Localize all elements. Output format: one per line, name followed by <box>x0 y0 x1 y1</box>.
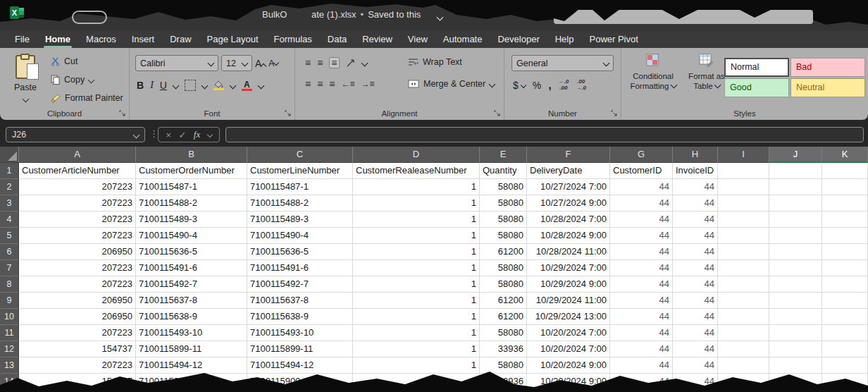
cell-C13[interactable]: 7100115494-12 <box>247 357 353 374</box>
cell-G13[interactable]: 44 <box>610 357 673 374</box>
cell-C3[interactable]: 7100115488-2 <box>247 195 353 212</box>
tab-draw[interactable]: Draw <box>162 31 199 48</box>
row-header-8[interactable]: 8 <box>0 276 19 293</box>
cell-A14[interactable]: 154737 <box>19 374 136 390</box>
cell-E7[interactable]: 58080 <box>480 260 527 276</box>
cell-A4[interactable]: 207223 <box>19 212 136 228</box>
cell-B13[interactable]: 7100115494-12 <box>136 357 247 374</box>
cell-F1[interactable]: DeliveryDate <box>527 163 610 179</box>
align-right-button[interactable]: ≡ <box>329 79 335 89</box>
percent-style-button[interactable]: % <box>533 80 541 91</box>
cell-H5[interactable]: 44 <box>673 228 718 244</box>
cell-K1[interactable] <box>822 163 868 179</box>
column-header-K[interactable]: K <box>822 147 868 163</box>
column-header-C[interactable]: C <box>247 147 353 163</box>
cell-G5[interactable]: 44 <box>610 228 673 244</box>
cell-D9[interactable]: 1 <box>353 293 480 309</box>
cell-H4[interactable]: 44 <box>673 212 718 228</box>
cell-G14[interactable]: 44 <box>610 374 673 390</box>
cell-A8[interactable]: 207223 <box>19 276 136 293</box>
cell-G2[interactable]: 44 <box>610 179 673 195</box>
cell-B11[interactable]: 7100115493-10 <box>136 325 247 341</box>
cell-A9[interactable]: 206950 <box>19 293 136 309</box>
cell-A10[interactable]: 206950 <box>19 309 136 325</box>
cell-G1[interactable]: CustomerID <box>610 163 673 179</box>
cell-B8[interactable]: 7100115492-7 <box>136 276 247 293</box>
tab-review[interactable]: Review <box>354 31 400 48</box>
tab-data[interactable]: Data <box>320 31 354 48</box>
cell-H14[interactable]: 44 <box>673 374 718 390</box>
cell-H11[interactable]: 44 <box>673 325 718 341</box>
cell-C6[interactable]: 7100115636-5 <box>247 244 353 260</box>
cell-D13[interactable]: 1 <box>353 357 480 374</box>
cell-B5[interactable]: 7100115490-4 <box>136 228 247 244</box>
cell-F3[interactable]: 10/27/2024 9:00 <box>527 195 610 212</box>
cell-C5[interactable]: 7100115490-4 <box>247 228 353 244</box>
title-chevron-down-icon[interactable] <box>438 11 442 24</box>
cell-C10[interactable]: 7100115638-9 <box>247 309 353 325</box>
cell-A12[interactable]: 154737 <box>19 341 136 357</box>
row-header-1[interactable]: 1 <box>0 163 19 179</box>
tab-home[interactable]: Home <box>37 31 78 48</box>
cell-K6[interactable] <box>822 244 868 260</box>
cell-D7[interactable]: 1 <box>353 260 480 276</box>
orientation-chevron-icon[interactable] <box>361 59 368 66</box>
cell-H3[interactable]: 44 <box>673 195 718 212</box>
cell-I9[interactable] <box>718 293 769 309</box>
cell-A1[interactable]: CustomerArticleNumber <box>19 163 136 179</box>
cell-H10[interactable]: 44 <box>673 309 718 325</box>
cell-I4[interactable] <box>718 212 769 228</box>
row-header-9[interactable]: 9 <box>0 293 19 309</box>
cell-J10[interactable] <box>769 309 822 325</box>
fill-color-chevron-icon[interactable] <box>229 82 236 89</box>
cell-E2[interactable]: 58080 <box>480 179 527 195</box>
font-color-button[interactable]: A <box>242 80 252 91</box>
cell-H12[interactable]: 44 <box>673 341 718 357</box>
cell-E13[interactable]: 58080 <box>480 357 527 374</box>
cell-D2[interactable]: 1 <box>353 179 480 195</box>
column-header-J[interactable]: J <box>769 147 822 163</box>
cell-E11[interactable]: 58080 <box>480 325 527 341</box>
cell-D5[interactable]: 1 <box>353 228 480 244</box>
tab-file[interactable]: File <box>7 31 37 48</box>
cell-D11[interactable]: 1 <box>353 325 480 341</box>
conditional-formatting-button[interactable]: Conditional Formatting <box>626 54 681 91</box>
format-as-table-button[interactable]: Format as Table <box>683 54 730 91</box>
cut-button[interactable]: Cut <box>51 56 78 66</box>
cell-F6[interactable]: 10/28/2024 11:00 <box>527 244 610 260</box>
font-dialog-launcher[interactable] <box>285 110 291 116</box>
cell-E4[interactable]: 58080 <box>480 212 527 228</box>
cell-D4[interactable]: 1 <box>353 212 480 228</box>
style-neutral[interactable]: Neutral <box>790 78 865 97</box>
cell-B14[interactable]: 7100115900-13 <box>136 374 247 390</box>
cell-E6[interactable]: 61200 <box>480 244 527 260</box>
cell-J4[interactable] <box>769 212 822 228</box>
cell-C9[interactable]: 7100115637-8 <box>247 293 353 309</box>
increase-indent-button[interactable]: →≡ <box>361 80 375 88</box>
column-header-I[interactable]: I <box>718 147 769 163</box>
cell-J7[interactable] <box>769 260 822 276</box>
cell-E12[interactable]: 33936 <box>480 341 527 357</box>
clipboard-dialog-launcher[interactable] <box>119 110 125 116</box>
cell-G7[interactable]: 44 <box>610 260 673 276</box>
merge-center-button[interactable]: Merge & Center <box>408 79 495 89</box>
row-header-11[interactable]: 11 <box>0 325 19 341</box>
number-format-select[interactable]: General <box>512 55 614 71</box>
cell-D3[interactable]: 1 <box>353 195 480 212</box>
copy-button[interactable]: Copy <box>51 75 94 85</box>
column-header-E[interactable]: E <box>480 147 527 163</box>
font-size-select[interactable]: 12 <box>221 55 252 71</box>
decrease-font-size-button[interactable]: A <box>268 59 278 68</box>
row-header-12[interactable]: 12 <box>0 341 19 357</box>
cell-E1[interactable]: Quantity <box>480 163 527 179</box>
cell-C1[interactable]: CustomerLineNumber <box>247 163 353 179</box>
cell-K3[interactable] <box>822 195 868 212</box>
cell-K9[interactable] <box>822 293 868 309</box>
align-bottom-button[interactable]: ≡ <box>329 57 339 68</box>
tab-help[interactable]: Help <box>547 31 582 48</box>
row-header-6[interactable]: 6 <box>0 244 19 260</box>
cell-J2[interactable] <box>769 179 822 195</box>
cell-F4[interactable]: 10/28/2024 7:00 <box>527 212 610 228</box>
cell-D12[interactable]: 1 <box>353 341 480 357</box>
cell-B2[interactable]: 7100115487-1 <box>136 179 247 195</box>
